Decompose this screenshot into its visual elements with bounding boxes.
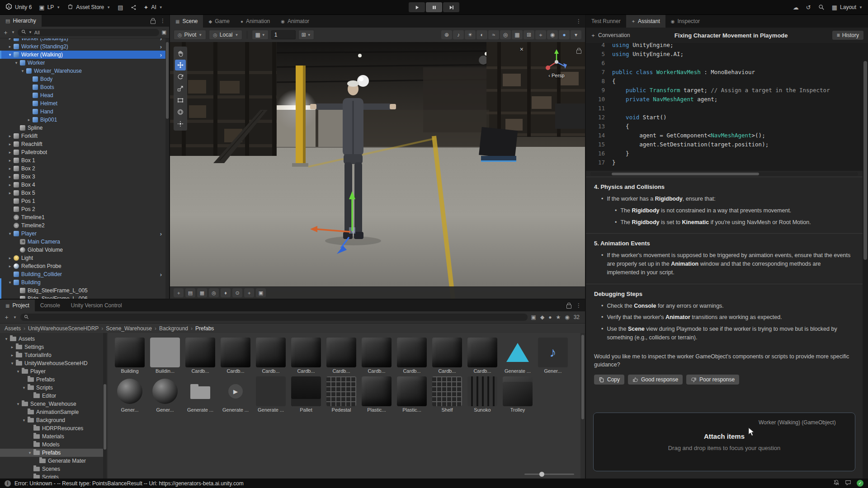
history-undo-icon[interactable]: ↺: [806, 4, 811, 11]
code-horizontal-scrollbar[interactable]: [590, 172, 858, 176]
transform-tool[interactable]: [175, 107, 186, 117]
snap-icon[interactable]: ⊞: [524, 30, 534, 39]
lighting-icon[interactable]: ☀: [465, 30, 476, 39]
folder-generate-mater[interactable]: Generate Mater: [0, 457, 103, 465]
hierarchy-item-forklift[interactable]: ▸Forklift: [0, 132, 165, 140]
isolation-icon[interactable]: ●: [559, 30, 570, 39]
search-by-label-icon[interactable]: ◆: [540, 314, 544, 320]
more-menu-icon[interactable]: ⋮: [576, 302, 581, 309]
zoom-icon[interactable]: ⊙: [232, 288, 242, 297]
hierarchy-item-reflection-probe[interactable]: ▸Reflection Probe: [0, 262, 165, 270]
tab-game[interactable]: ◆Game: [203, 15, 235, 28]
folder-scripts[interactable]: ▾Scripts: [0, 384, 103, 392]
hierarchy-item-helmet[interactable]: Helmet: [0, 99, 165, 108]
breadcrumb-prefabs[interactable]: Prefabs: [195, 325, 214, 332]
code-block[interactable]: 4using UnityEngine;5using UnityEngine.AI…: [586, 43, 863, 171]
lp-menu[interactable]: ▣ LP▼: [39, 4, 60, 11]
breadcrumb-assets[interactable]: Assets: [5, 325, 21, 332]
prefab-open-chevron-icon[interactable]: ›: [158, 271, 164, 278]
folder-animationsample[interactable]: AnimationSample: [0, 408, 103, 416]
asset-building[interactable]: Building: [112, 338, 147, 374]
hierarchy-item-hand[interactable]: Hand: [0, 108, 165, 116]
status-ok-icon[interactable]: ✓: [857, 480, 863, 487]
hierarchy-item-pos-1[interactable]: Pos 1: [0, 197, 165, 205]
hierarchy-item-head[interactable]: Head: [0, 91, 165, 99]
prefab-open-chevron-icon[interactable]: ›: [158, 38, 164, 42]
audio-icon[interactable]: ♪: [453, 30, 464, 39]
breadcrumb-background[interactable]: Background: [159, 325, 188, 332]
scale-tool[interactable]: [175, 83, 186, 94]
scene-viewport[interactable]: ‹ Persp × ＋▤▦◎♦⊙＋▣: [170, 42, 585, 299]
grid-size-field[interactable]: 1: [271, 30, 296, 39]
tab-console[interactable]: Console: [35, 300, 66, 311]
rect-tool[interactable]: [175, 95, 186, 106]
prefab-open-chevron-icon[interactable]: ›: [158, 52, 164, 58]
scene-render[interactable]: [170, 42, 585, 299]
hierarchy-item-bip001[interactable]: ▸Bip001: [0, 116, 165, 124]
hierarchy-item-building-collider[interactable]: Building_Collider›: [0, 270, 165, 278]
asset-pedestal[interactable]: Pedestal: [324, 376, 359, 413]
align-icon[interactable]: ▤: [185, 288, 195, 297]
folder-player[interactable]: ▾Player: [0, 367, 103, 375]
status-error-message[interactable]: Error: Unknown - -- Result type: PointsB…: [14, 480, 244, 487]
asset-shelf[interactable]: Shelf: [429, 376, 465, 413]
hierarchy-item-bldg-steelframe-l-006[interactable]: Bldg_SteelFrame_L_006: [0, 295, 165, 299]
hierarchy-item-global-volume[interactable]: Global Volume: [0, 246, 165, 254]
fog-icon[interactable]: ≈: [488, 30, 499, 39]
tab-unity-version-control[interactable]: Unity Version Control: [66, 300, 127, 311]
hierarchy-item-spline[interactable]: Spline: [0, 124, 165, 132]
more-menu-icon[interactable]: ⋮: [160, 18, 165, 24]
asset-cardb[interactable]: Cardb...: [465, 338, 500, 374]
hierarchy-item-worker[interactable]: ▾Worker: [0, 59, 165, 67]
hierarchy-item-timeline2[interactable]: Timeline2: [0, 221, 165, 230]
history-button[interactable]: ≡ History: [832, 31, 863, 40]
folder-prefabs[interactable]: ▾Prefabs: [0, 449, 103, 457]
asset-generate[interactable]: Generate ...: [218, 376, 253, 413]
search-filter-icon[interactable]: ▣: [162, 29, 166, 35]
asset-sunoko[interactable]: Sunoko: [465, 376, 500, 413]
tab-assistant[interactable]: ✦Assistant: [626, 15, 665, 28]
folder-hdrpresources[interactable]: HDRPResources: [0, 424, 103, 432]
copy-button[interactable]: Copy: [594, 375, 624, 385]
display-icon[interactable]: ▤: [118, 4, 123, 11]
pan-icon[interactable]: ＋: [244, 288, 254, 297]
frame-icon[interactable]: ▣: [256, 288, 266, 297]
layout-menu[interactable]: ▦ Layout▼: [832, 4, 863, 11]
pivot-dropdown[interactable]: ◎ Pivot▼: [174, 30, 206, 40]
pause-button[interactable]: [426, 2, 442, 12]
orbit-icon[interactable]: ◎: [209, 288, 219, 297]
hierarchy-item-box-3[interactable]: ▸Box 3: [0, 173, 165, 181]
tab-inspector[interactable]: ◉Inspector: [665, 15, 705, 28]
create-asset-button[interactable]: ＋: [4, 313, 9, 321]
tool-settings-icon[interactable]: ⊕: [441, 30, 452, 39]
prefab-open-chevron-icon[interactable]: ›: [158, 230, 164, 237]
hierarchy-item-building[interactable]: ▾Building: [0, 278, 165, 286]
tab-project[interactable]: ▦Project: [0, 300, 35, 311]
folder-background[interactable]: ▾Background: [0, 416, 103, 424]
asset-cardb[interactable]: Cardb...: [359, 338, 394, 374]
create-object-button[interactable]: ＋: [3, 28, 9, 37]
hierarchy-item-worker-standing2[interactable]: ▸Worker (Standing2)›: [0, 42, 165, 51]
asset-gener[interactable]: Gener...: [112, 376, 147, 413]
asset-plastic[interactable]: Plastic...: [394, 376, 429, 413]
grid-snap-toggle[interactable]: ▦▼: [252, 30, 268, 40]
asset-cardb[interactable]: Cardb...: [394, 338, 429, 374]
hidden-packages-icon[interactable]: ●: [548, 314, 552, 320]
hierarchy-item-box-4[interactable]: ▸Box 4: [0, 181, 165, 189]
close-icon[interactable]: ×: [520, 46, 524, 53]
viewport-lock-icon[interactable]: [576, 47, 581, 56]
breadcrumb-unitywarehousescenehdrp[interactable]: UnityWarehouseSceneHDRP: [28, 325, 99, 332]
move-snap-icon[interactable]: ＋: [174, 288, 184, 297]
scene-orientation-gizmo[interactable]: ‹ Persp: [541, 48, 572, 78]
asset-generate[interactable]: Generate ...: [500, 338, 535, 374]
asset-cardb[interactable]: Cardb...: [288, 338, 324, 374]
share-icon[interactable]: [131, 5, 137, 10]
view-tool[interactable]: [175, 48, 186, 59]
project-search-input[interactable]: [20, 314, 528, 321]
hierarchy-item-worker-standing1[interactable]: ▸Worker (Standing1)›: [0, 38, 165, 42]
asset-gener[interactable]: ♪Gener...: [535, 338, 571, 374]
lock-icon[interactable]: [151, 20, 156, 24]
asset-grid-scrollbar[interactable]: [580, 333, 585, 479]
cloud-icon[interactable]: ☁: [793, 4, 799, 11]
hierarchy-search-input[interactable]: ▼ All: [18, 29, 159, 36]
